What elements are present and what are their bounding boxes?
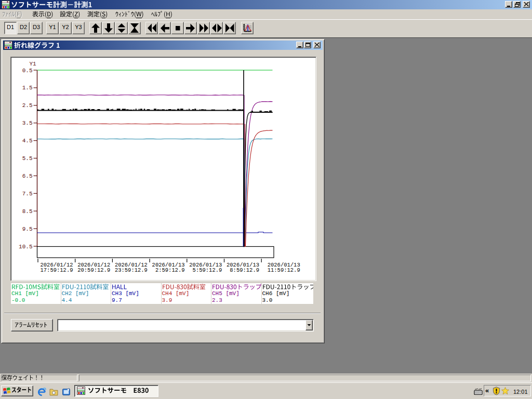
svg-text:3.5: 3.5 <box>22 120 33 126</box>
svg-text:Y1: Y1 <box>30 61 37 67</box>
svg-text:9.5: 9.5 <box>22 226 33 232</box>
svg-text:6.5: 6.5 <box>22 173 33 179</box>
svg-text:4.5: 4.5 <box>22 138 33 144</box>
svg-text:10.5: 10.5 <box>19 244 32 250</box>
svg-text:1.5: 1.5 <box>22 85 33 91</box>
svg-text:17:59:12.9: 17:59:12.9 <box>41 267 73 273</box>
svg-text:5:59:12.9: 5:59:12.9 <box>189 267 222 273</box>
svg-text:20:59:12.9: 20:59:12.9 <box>77 267 110 273</box>
svg-text:23:59:12.9: 23:59:12.9 <box>115 267 148 273</box>
svg-text:7.5: 7.5 <box>22 191 33 197</box>
svg-text:8:59:12.9: 8:59:12.9 <box>227 267 259 273</box>
svg-text:8.5: 8.5 <box>22 208 33 215</box>
svg-text:2:59:12.9: 2:59:12.9 <box>152 267 185 273</box>
svg-text:5.5: 5.5 <box>22 155 33 162</box>
svg-text:2.5: 2.5 <box>22 102 33 109</box>
svg-text:11:59:12.9: 11:59:12.9 <box>268 267 300 273</box>
svg-text:0.5: 0.5 <box>22 68 33 74</box>
